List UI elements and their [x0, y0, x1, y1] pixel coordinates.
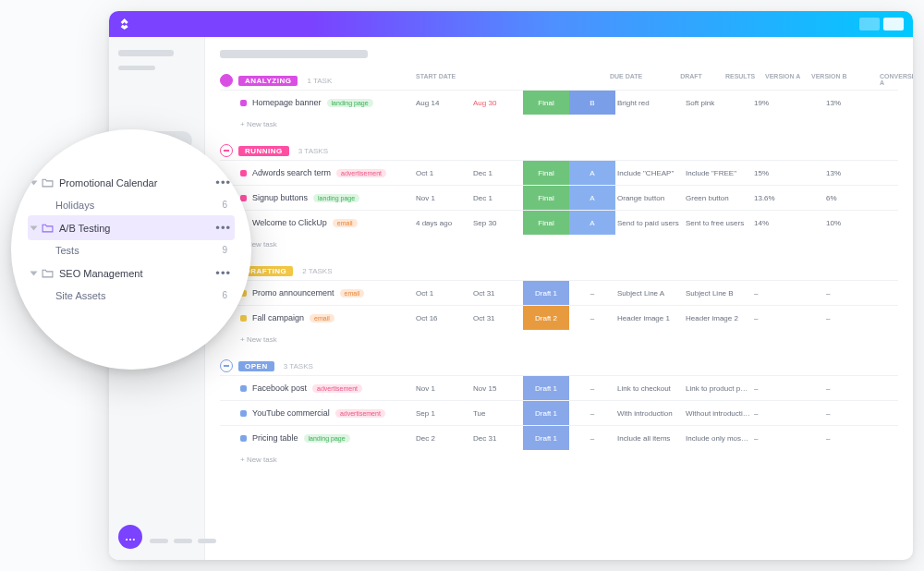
- conversion-b-cell[interactable]: 10%: [824, 219, 896, 227]
- conversion-b-cell[interactable]: –: [824, 384, 896, 393]
- draft-chip[interactable]: Draft 1: [523, 281, 569, 305]
- task-row[interactable]: Homepage bannerlanding pageAug 14Aug 30F…: [220, 90, 898, 115]
- conversion-b-cell[interactable]: –: [824, 314, 896, 322]
- version-a-cell[interactable]: Subject Line A: [615, 289, 684, 298]
- version-b-cell[interactable]: Header image 2: [684, 314, 752, 322]
- version-a-cell[interactable]: Bright red: [615, 99, 684, 107]
- sidebar-item-promotional-calendar[interactable]: Promotional Calendar •••: [28, 170, 235, 195]
- results-chip[interactable]: A: [569, 186, 615, 210]
- task-row[interactable]: Adwords search termadvertisementOct 1Dec…: [220, 160, 898, 185]
- column-header[interactable]: VERSION A: [763, 73, 809, 86]
- start-date-cell[interactable]: 4 days ago: [414, 219, 471, 227]
- results-chip[interactable]: A: [569, 211, 615, 235]
- conversion-b-cell[interactable]: 13%: [824, 99, 896, 107]
- results-chip[interactable]: A: [569, 161, 615, 185]
- column-header[interactable]: VERSION B: [809, 73, 878, 86]
- version-a-cell[interactable]: Link to checkout: [615, 384, 684, 393]
- version-a-cell[interactable]: Orange button: [615, 194, 684, 202]
- task-tag[interactable]: advertisement: [312, 384, 362, 393]
- collapse-toggle[interactable]: [220, 74, 233, 87]
- window-maximize-button[interactable]: [883, 18, 904, 30]
- version-a-cell[interactable]: With introduction: [615, 409, 684, 418]
- sidebar-item-ab-testing[interactable]: A/B Testing •••: [28, 215, 235, 240]
- collapse-toggle[interactable]: [220, 359, 233, 372]
- start-date-cell[interactable]: Dec 2: [414, 434, 471, 443]
- due-date-cell[interactable]: Sep 30: [471, 219, 523, 227]
- chevron-down-icon[interactable]: [30, 271, 38, 275]
- draft-chip[interactable]: Draft 1: [523, 426, 569, 450]
- conversion-b-cell[interactable]: –: [824, 289, 896, 298]
- status-label[interactable]: ANALYZING: [238, 76, 298, 86]
- draft-chip[interactable]: Final: [523, 91, 569, 115]
- sidebar-item-seo-management[interactable]: SEO Management •••: [28, 261, 235, 286]
- chevron-down-icon[interactable]: [30, 225, 38, 230]
- task-row[interactable]: Pricing tablelanding pageDec 2Dec 31Draf…: [220, 425, 898, 450]
- task-tag[interactable]: email: [340, 289, 365, 298]
- column-header[interactable]: DRAFT: [665, 73, 717, 86]
- conversion-b-cell[interactable]: 13%: [824, 169, 896, 177]
- draft-chip[interactable]: Final: [523, 211, 569, 235]
- status-label[interactable]: OPEN: [238, 361, 274, 371]
- draft-chip[interactable]: Draft 1: [523, 376, 569, 400]
- sidebar-item-site-assets[interactable]: Site Assets 6: [28, 286, 235, 306]
- draft-chip[interactable]: Final: [523, 161, 569, 185]
- start-date-cell[interactable]: Oct 16: [414, 314, 471, 322]
- results-cell[interactable]: –: [569, 434, 615, 443]
- version-b-cell[interactable]: Soft pink: [684, 99, 752, 107]
- task-row[interactable]: Signup buttonslanding pageNov 1Dec 1Fina…: [220, 185, 898, 210]
- column-header[interactable]: CONVERSION RATE A: [878, 73, 913, 86]
- start-date-cell[interactable]: Nov 1: [414, 384, 471, 393]
- task-tag[interactable]: advertisement: [336, 169, 386, 177]
- conversion-b-cell[interactable]: 6%: [824, 194, 896, 202]
- task-tag[interactable]: landing page: [313, 194, 359, 202]
- conversion-a-cell[interactable]: 14%: [752, 219, 824, 227]
- version-a-cell[interactable]: Header image 1: [615, 314, 684, 322]
- conversion-b-cell[interactable]: –: [824, 434, 896, 443]
- new-task-button[interactable]: + New task: [220, 450, 898, 471]
- task-row[interactable]: Fall campaignemailOct 16Oct 31Draft 2–He…: [220, 305, 898, 330]
- due-date-cell[interactable]: Nov 15: [471, 384, 523, 393]
- start-date-cell[interactable]: Aug 14: [414, 99, 471, 107]
- results-cell[interactable]: –: [569, 384, 615, 393]
- task-row[interactable]: YouTube commercialadvertisementSep 1TueD…: [220, 400, 898, 425]
- version-b-cell[interactable]: Green button: [684, 194, 752, 202]
- start-date-cell[interactable]: Oct 1: [414, 289, 471, 298]
- conversion-a-cell[interactable]: –: [752, 434, 824, 443]
- sidebar-item-tests[interactable]: Tests 9: [28, 240, 235, 261]
- due-date-cell[interactable]: Dec 31: [471, 434, 523, 443]
- window-minimize-button[interactable]: [859, 18, 880, 30]
- due-date-cell[interactable]: Oct 31: [471, 289, 523, 298]
- version-b-cell[interactable]: Sent to free users: [684, 219, 752, 227]
- draft-chip[interactable]: Draft 2: [523, 306, 569, 330]
- more-icon[interactable]: •••: [215, 221, 231, 235]
- task-tag[interactable]: landing page: [327, 99, 373, 107]
- due-date-cell[interactable]: Dec 1: [471, 194, 523, 202]
- version-a-cell[interactable]: Include all items: [615, 434, 684, 443]
- version-b-cell[interactable]: Link to product page: [684, 384, 752, 393]
- version-b-cell[interactable]: Without introduction: [684, 409, 752, 418]
- column-header[interactable]: START DATE: [414, 73, 608, 86]
- task-row[interactable]: Promo announcementemailOct 1Oct 31Draft …: [220, 280, 898, 305]
- new-task-button[interactable]: + New task: [220, 115, 898, 136]
- conversion-b-cell[interactable]: –: [824, 409, 896, 418]
- draft-chip[interactable]: Final: [523, 186, 569, 210]
- conversion-a-cell[interactable]: –: [752, 409, 824, 418]
- due-date-cell[interactable]: Dec 1: [471, 169, 523, 177]
- chevron-down-icon[interactable]: [30, 180, 38, 185]
- conversion-a-cell[interactable]: –: [752, 289, 824, 298]
- task-tag[interactable]: email: [333, 219, 358, 227]
- results-cell[interactable]: –: [569, 314, 615, 322]
- version-a-cell[interactable]: Send to paid users: [615, 219, 684, 227]
- start-date-cell[interactable]: Oct 1: [414, 169, 471, 177]
- task-row[interactable]: Welcome to ClickUpemail4 days agoSep 30F…: [220, 210, 898, 235]
- results-cell[interactable]: –: [569, 289, 615, 298]
- due-date-cell[interactable]: Aug 30: [471, 99, 523, 107]
- collapse-toggle[interactable]: [220, 144, 233, 157]
- new-task-button[interactable]: + New task: [220, 330, 898, 351]
- more-icon[interactable]: •••: [215, 266, 231, 280]
- chat-icon[interactable]: …: [118, 525, 142, 549]
- task-tag[interactable]: email: [310, 314, 334, 322]
- version-b-cell[interactable]: Subject Line B: [684, 289, 752, 298]
- start-date-cell[interactable]: Nov 1: [414, 194, 471, 202]
- task-row[interactable]: Facebook postadvertisementNov 1Nov 15Dra…: [220, 375, 898, 400]
